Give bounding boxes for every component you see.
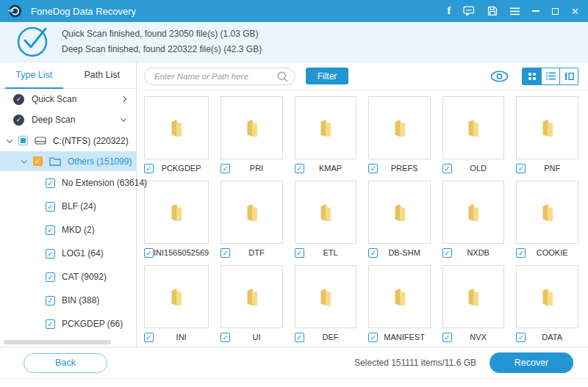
- folder-card[interactable]: [144, 181, 209, 244]
- file-folder-item[interactable]: ✓DATA: [516, 265, 578, 343]
- tree-item-drive-c[interactable]: C:(NTFS) (220322): [0, 130, 136, 151]
- tree-item-quick-scan[interactable]: ✓ Quick Scan: [0, 89, 136, 109]
- file-folder-item[interactable]: ✓DEF: [295, 265, 357, 343]
- selection-summary: Selected 151111 items/11.6 GB: [354, 358, 476, 368]
- folder-card[interactable]: [220, 265, 283, 328]
- checkbox-checked[interactable]: ✓: [516, 333, 526, 342]
- minimize-button[interactable]: [532, 10, 539, 12]
- file-folder-item[interactable]: ✓INI: [144, 265, 209, 343]
- folder-icon: [539, 118, 556, 138]
- tree-item-deep-scan[interactable]: ✓ Deep Scan: [0, 109, 136, 130]
- file-folder-item[interactable]: ✓KMAP: [295, 96, 357, 174]
- file-folder-item[interactable]: ✓DB-SHM: [368, 181, 431, 258]
- folder-card[interactable]: [144, 96, 209, 159]
- checkbox-checked[interactable]: ✓: [46, 272, 55, 282]
- checkbox-checked[interactable]: ✓: [144, 248, 154, 258]
- file-folder-item[interactable]: ✓PREFS: [368, 96, 431, 174]
- checkbox-checked[interactable]: ✓: [144, 164, 154, 173]
- feedback-bubble-icon[interactable]: [463, 6, 475, 16]
- filetype-label: PCKGDEP (66): [62, 319, 123, 329]
- folder-card[interactable]: [516, 265, 578, 328]
- recover-button[interactable]: Recover: [490, 352, 573, 373]
- checkbox-checked[interactable]: ✓: [144, 333, 154, 342]
- file-folder-item[interactable]: ✓PNF: [516, 96, 578, 174]
- checkbox-checked[interactable]: ✓: [442, 333, 452, 342]
- checkbox-checked[interactable]: ✓: [46, 319, 55, 329]
- checkbox-checked[interactable]: ✓: [220, 248, 230, 258]
- sidebar-item-filetype[interactable]: ✓PCKGDEP (66): [0, 312, 136, 336]
- checkbox-checked[interactable]: ✓: [368, 333, 378, 342]
- checkbox-checked[interactable]: ✓: [516, 248, 526, 258]
- checkbox-checked[interactable]: ✓: [220, 333, 230, 342]
- checkbox-indeterminate[interactable]: [18, 136, 28, 145]
- checkbox-checked[interactable]: ✓: [220, 164, 230, 173]
- sidebar-item-filetype[interactable]: ✓LOG1 (64): [0, 242, 136, 265]
- menu-icon[interactable]: [510, 7, 520, 15]
- folder-card[interactable]: [368, 265, 431, 328]
- checkbox-checked[interactable]: ✓: [442, 248, 452, 258]
- folder-card[interactable]: [516, 181, 578, 244]
- checkbox-checked[interactable]: ✓: [295, 248, 304, 258]
- list-view-button[interactable]: [541, 68, 559, 84]
- checkbox-checked[interactable]: ✓: [516, 164, 526, 173]
- file-folder-item[interactable]: ✓PCKGDEP: [144, 96, 209, 174]
- file-folder-item[interactable]: ✓COOKIE: [516, 181, 578, 258]
- close-button[interactable]: ✕: [571, 6, 579, 17]
- file-folder-item[interactable]: ✓OLD: [442, 96, 505, 174]
- tab-type-list[interactable]: Type List: [0, 62, 68, 88]
- detail-view-button[interactable]: [559, 68, 578, 84]
- chevron-right-icon[interactable]: [121, 96, 126, 102]
- checkbox-checked[interactable]: ✓: [368, 164, 378, 173]
- sidebar-item-filetype[interactable]: ✓CAT (9092): [0, 265, 136, 289]
- checkbox-checked[interactable]: ✓: [46, 249, 55, 258]
- sidebar-item-filetype[interactable]: ✓No Extension (63614): [0, 171, 136, 195]
- checkbox-checked[interactable]: ✓: [46, 178, 55, 188]
- sidebar-item-filetype[interactable]: ✓BLF (24): [0, 195, 136, 218]
- file-folder-item[interactable]: ✓MANIFEST: [368, 265, 431, 343]
- folder-card[interactable]: [295, 96, 357, 159]
- checkbox-checked[interactable]: ✓: [442, 164, 452, 173]
- checkbox-checked[interactable]: ✓: [46, 202, 55, 211]
- file-folder-item[interactable]: ✓DTF: [220, 181, 283, 258]
- folder-card[interactable]: [295, 265, 357, 328]
- search-input[interactable]: [144, 68, 295, 85]
- checkbox-checked[interactable]: ✓: [368, 248, 378, 258]
- folder-card[interactable]: [368, 96, 431, 159]
- file-folder-item[interactable]: ✓INI1565052569: [144, 181, 209, 258]
- folder-card[interactable]: [220, 181, 283, 244]
- chevron-down-icon[interactable]: [121, 115, 126, 121]
- checkbox-checked[interactable]: ✓: [295, 164, 304, 173]
- folder-card[interactable]: [442, 181, 505, 244]
- preview-eye-icon[interactable]: [490, 70, 509, 82]
- file-folder-item[interactable]: ✓NVX: [442, 265, 505, 343]
- tab-path-list[interactable]: Path List: [68, 62, 137, 88]
- folder-card[interactable]: [442, 265, 505, 328]
- chevron-down-icon[interactable]: [7, 137, 12, 142]
- checkbox-checked[interactable]: ✓: [46, 225, 55, 235]
- file-folder-item[interactable]: ✓UI: [220, 265, 283, 343]
- file-folder-item[interactable]: ✓ETL: [295, 181, 357, 258]
- grid-view-button[interactable]: [523, 68, 541, 84]
- tree-item-others[interactable]: ✓ Others (151099): [0, 151, 136, 171]
- folder-card[interactable]: [516, 96, 578, 159]
- chevron-down-icon[interactable]: [21, 157, 27, 163]
- folder-card[interactable]: [220, 96, 283, 159]
- file-folder-item[interactable]: ✓PRI: [220, 96, 283, 174]
- file-folder-item[interactable]: ✓NXDB: [442, 181, 505, 258]
- checkbox-checked[interactable]: ✓: [46, 296, 55, 305]
- folder-name: OLD: [452, 164, 505, 173]
- folder-card[interactable]: [295, 181, 357, 244]
- checkbox-checked-amber[interactable]: ✓: [33, 156, 43, 166]
- back-button[interactable]: Back: [24, 353, 107, 373]
- folder-card[interactable]: [368, 181, 431, 244]
- sidebar-horizontal-scrollbar[interactable]: [4, 340, 111, 344]
- sidebar-item-filetype[interactable]: ✓MKD (2): [0, 218, 136, 242]
- filter-button[interactable]: Filter: [306, 68, 348, 84]
- folder-card[interactable]: [144, 265, 209, 328]
- maximize-button[interactable]: [552, 8, 559, 15]
- facebook-icon[interactable]: f: [447, 5, 451, 17]
- sidebar-item-filetype[interactable]: ✓BIN (388): [0, 289, 136, 312]
- folder-card[interactable]: [442, 96, 505, 159]
- save-session-icon[interactable]: [487, 6, 498, 16]
- checkbox-checked[interactable]: ✓: [295, 333, 304, 342]
